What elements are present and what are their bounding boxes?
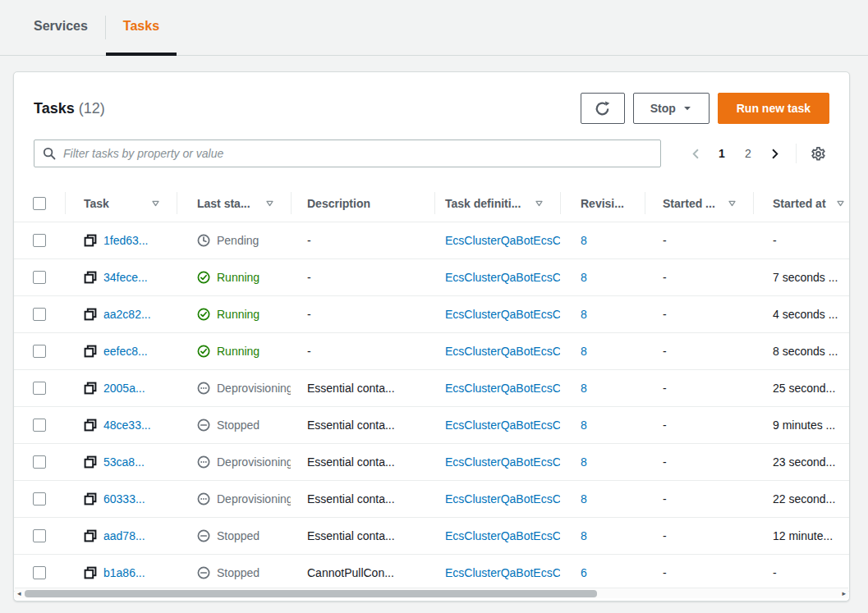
row-select-cell — [14, 222, 65, 258]
sort-icon[interactable] — [836, 199, 845, 208]
task-definition-link[interactable]: EcsClusterQaBotEcsC — [445, 529, 560, 542]
select-all-checkbox[interactable] — [33, 197, 46, 210]
started-text: - — [663, 529, 667, 542]
task-definition-link[interactable]: EcsClusterQaBotEcsC — [445, 345, 560, 358]
stop-button[interactable]: Stop — [633, 93, 710, 124]
row-checkbox[interactable] — [33, 345, 46, 358]
started-text: - — [663, 492, 667, 505]
table-row: 48ce33...StoppedEssential conta...EcsClu… — [14, 407, 849, 444]
revision-link[interactable]: 6 — [581, 566, 587, 579]
task-definition-link[interactable]: EcsClusterQaBotEcsC — [445, 566, 560, 579]
revision-cell: 8 — [560, 222, 645, 258]
horizontal-scrollbar[interactable]: ◂ ▸ — [15, 588, 848, 598]
copy-icon[interactable] — [84, 271, 97, 284]
task-definition-link[interactable]: EcsClusterQaBotEcsC — [445, 382, 560, 395]
column-label: Started at — [773, 197, 826, 210]
row-checkbox[interactable] — [33, 271, 46, 284]
scroll-left-arrow-icon[interactable]: ◂ — [17, 588, 21, 598]
sort-icon[interactable] — [728, 199, 737, 208]
row-checkbox[interactable] — [33, 234, 46, 247]
tab-tasks[interactable]: Tasks — [106, 0, 177, 56]
revision-link[interactable]: 8 — [581, 455, 587, 469]
copy-icon[interactable] — [84, 529, 97, 542]
copy-icon[interactable] — [84, 308, 97, 321]
started-at-text: - — [773, 234, 777, 247]
row-select-cell — [14, 259, 65, 295]
copy-icon[interactable] — [84, 492, 97, 505]
started-cell: - — [645, 296, 753, 332]
started-at-cell: 4 seconds ... — [753, 296, 849, 332]
chevron-left-icon — [690, 148, 702, 160]
sort-icon[interactable] — [265, 199, 274, 208]
copy-icon[interactable] — [84, 345, 97, 358]
row-checkbox[interactable] — [33, 455, 46, 469]
scrollbar-thumb[interactable] — [25, 590, 597, 597]
started-at-cell: 12 minute... — [753, 518, 849, 554]
task-link[interactable]: aa2c82... — [103, 308, 151, 321]
revision-link[interactable]: 8 — [581, 234, 587, 247]
revision-link[interactable]: 8 — [581, 308, 587, 321]
copy-icon[interactable] — [84, 566, 97, 579]
task-definition-link[interactable]: EcsClusterQaBotEcsC — [445, 492, 560, 505]
next-page-button[interactable] — [763, 142, 786, 165]
filter-input[interactable] — [34, 140, 661, 167]
revision-link[interactable]: 8 — [581, 345, 587, 358]
task-link[interactable]: 53ca8... — [103, 455, 145, 469]
sort-icon[interactable] — [535, 199, 544, 208]
page-1-button[interactable]: 1 — [710, 142, 733, 165]
started-at-cell: 23 second... — [753, 444, 849, 480]
column-header-last-sta[interactable]: Last sta... — [177, 185, 291, 222]
panel-actions: Stop Run new task — [581, 93, 829, 124]
column-header-started[interactable]: Started ... — [645, 185, 753, 222]
row-checkbox[interactable] — [33, 492, 46, 505]
task-link[interactable]: 60333... — [103, 492, 145, 505]
column-header-task[interactable]: Task — [65, 185, 177, 222]
task-definition-link[interactable]: EcsClusterQaBotEcsC — [445, 419, 560, 432]
revision-link[interactable]: 8 — [581, 492, 587, 505]
revision-link[interactable]: 8 — [581, 271, 587, 284]
task-link[interactable]: 34fece... — [103, 271, 148, 284]
refresh-button[interactable] — [581, 93, 625, 124]
task-definition-link[interactable]: EcsClusterQaBotEcsC — [445, 234, 560, 247]
started-at-cell: 8 seconds ... — [753, 333, 849, 369]
column-header-description: Description — [291, 185, 434, 222]
column-header-task-definiti[interactable]: Task definiti... — [434, 185, 560, 222]
settings-button[interactable] — [806, 142, 829, 165]
status-text: Deprovisioning — [217, 382, 291, 395]
sort-icon[interactable] — [151, 199, 160, 208]
status-text: Running — [217, 271, 259, 284]
task-link[interactable]: aad78... — [103, 529, 145, 542]
row-checkbox[interactable] — [33, 566, 46, 579]
copy-icon[interactable] — [84, 455, 97, 469]
task-definition-link[interactable]: EcsClusterQaBotEcsC — [445, 308, 560, 321]
caret-down-icon — [682, 103, 692, 113]
revision-link[interactable]: 8 — [581, 382, 587, 395]
run-new-task-button[interactable]: Run new task — [718, 93, 829, 124]
row-checkbox[interactable] — [33, 308, 46, 321]
task-definition-cell: EcsClusterQaBotEcsC — [434, 444, 560, 480]
table-row: aad78...StoppedEssential conta...EcsClus… — [14, 518, 849, 555]
revision-link[interactable]: 8 — [581, 529, 587, 542]
page-2-button[interactable]: 2 — [737, 142, 760, 165]
copy-icon[interactable] — [84, 382, 97, 395]
row-checkbox[interactable] — [33, 382, 46, 395]
task-link[interactable]: 1fed63... — [103, 234, 149, 247]
row-checkbox[interactable] — [33, 529, 46, 542]
revision-link[interactable]: 8 — [581, 419, 587, 432]
task-link[interactable]: b1a86... — [103, 566, 145, 579]
scroll-right-arrow-icon[interactable]: ▸ — [842, 588, 846, 598]
task-link[interactable]: 2005a... — [103, 382, 145, 395]
task-definition-cell: EcsClusterQaBotEcsC — [434, 222, 560, 258]
panel-header: Tasks (12) Stop Run new task — [14, 72, 849, 124]
task-link[interactable]: 48ce33... — [103, 419, 151, 432]
copy-icon[interactable] — [84, 419, 97, 432]
previous-page-button[interactable] — [684, 142, 707, 165]
task-link[interactable]: eefec8... — [103, 345, 148, 358]
copy-icon[interactable] — [84, 234, 97, 247]
tab-services[interactable]: Services — [16, 0, 105, 56]
column-header-started-at[interactable]: Started at — [753, 185, 849, 222]
row-checkbox[interactable] — [33, 419, 46, 432]
description-cell: Essential conta... — [291, 518, 434, 554]
task-definition-link[interactable]: EcsClusterQaBotEcsC — [445, 455, 560, 469]
task-definition-link[interactable]: EcsClusterQaBotEcsC — [445, 271, 560, 284]
